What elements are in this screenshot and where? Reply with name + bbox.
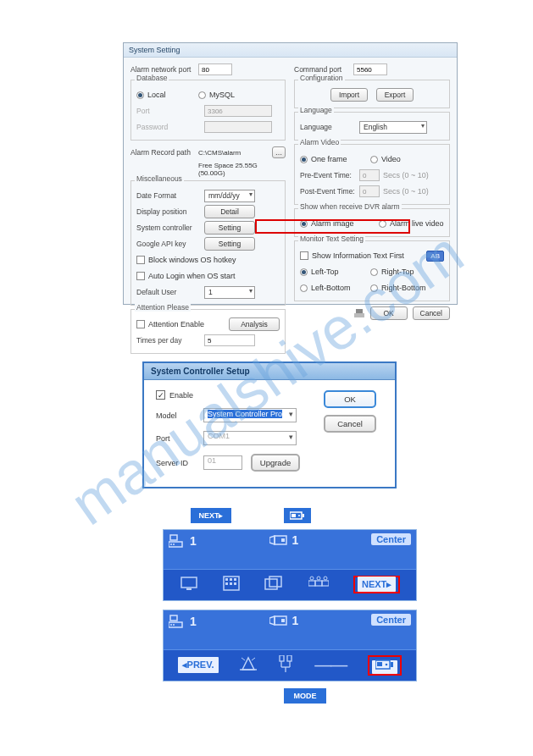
language-legend: Language <box>298 106 334 114</box>
command-port-input[interactable] <box>353 63 387 75</box>
svg-rect-45 <box>377 662 382 666</box>
radio-alarm-image[interactable] <box>300 220 308 228</box>
mode-button-2[interactable] <box>372 660 397 674</box>
next-highlight-1: NEXT▸ <box>353 576 400 593</box>
configuration-group: Configuration Import Export <box>294 80 450 108</box>
panel1-id2: 1 <box>292 533 299 547</box>
language-select[interactable]: English <box>359 121 427 134</box>
times-input[interactable] <box>204 334 255 346</box>
panel2-id1: 1 <box>190 615 197 628</box>
svg-rect-3 <box>303 514 304 517</box>
post-event-input <box>359 185 380 197</box>
svg-rect-23 <box>315 581 322 586</box>
analysis-button[interactable]: Analysis <box>229 317 280 331</box>
command-port-label: Command port <box>294 65 353 74</box>
svg-point-46 <box>386 664 388 666</box>
pre-event-input <box>359 169 380 181</box>
ok-button[interactable]: OK <box>370 306 408 320</box>
system-controller-label: System controller <box>136 223 204 232</box>
radio-video[interactable] <box>370 156 378 163</box>
svg-rect-39 <box>287 655 291 661</box>
radio-left-bottom[interactable] <box>300 284 308 292</box>
port-select[interactable]: COM1 <box>203 431 297 445</box>
svg-rect-28 <box>170 615 177 621</box>
show-info-checkbox[interactable] <box>300 251 308 260</box>
multi-view-icon[interactable] <box>308 576 329 594</box>
one-frame-label: One frame <box>311 155 370 163</box>
left-bottom-label: Left-Bottom <box>311 284 370 292</box>
google-api-setting-button[interactable]: Setting <box>204 237 255 251</box>
video-label: Video <box>381 155 401 163</box>
prev-button[interactable]: ◂PREV. <box>178 657 219 673</box>
next-button-1[interactable]: NEXT▸ <box>358 577 396 592</box>
config-legend: Configuration <box>298 74 345 82</box>
auto-login-checkbox[interactable] <box>136 272 145 280</box>
date-format-select[interactable]: mm/dd/yy <box>204 190 255 202</box>
dash-icon: —— <box>314 655 347 675</box>
times-label: Times per day <box>136 336 204 345</box>
server-id-input[interactable]: 01 <box>203 455 242 470</box>
left-top-label: Left-Top <box>311 268 370 276</box>
dialog2-title: System Controller Setup <box>144 363 395 380</box>
port-label: Port <box>156 434 203 443</box>
svg-marker-33 <box>269 616 275 625</box>
import-button[interactable]: Import <box>330 88 368 102</box>
radio-right-top[interactable] <box>370 268 378 276</box>
dialog-title: System Setting <box>124 43 457 58</box>
cancel-button[interactable]: Cancel <box>413 306 450 320</box>
default-user-select[interactable]: 1 <box>204 286 255 299</box>
default-user-label: Default User <box>136 288 204 296</box>
model-select[interactable]: System Controller Pro <box>203 408 297 422</box>
detail-button[interactable]: Detail <box>204 205 255 218</box>
misc-legend: Miscellaneous <box>135 174 184 183</box>
browse-button[interactable]: … <box>272 146 286 158</box>
center-pill-1: Center <box>371 533 411 545</box>
block-hotkey-checkbox[interactable] <box>136 256 145 264</box>
camera-icon <box>269 534 288 546</box>
svg-line-36 <box>242 658 245 660</box>
pre-event-label: Pre-Event Time: <box>300 171 359 179</box>
svg-rect-1 <box>291 514 296 517</box>
alarm-icon[interactable] <box>240 655 257 676</box>
radio-mysql[interactable] <box>198 91 206 99</box>
ab-button[interactable]: AB <box>426 251 444 262</box>
svg-rect-47 <box>391 662 393 667</box>
sequence-icon[interactable] <box>264 576 283 594</box>
radio-alarm-live[interactable] <box>379 220 386 228</box>
dvr-icon-2 <box>169 614 186 629</box>
free-space-text: Free Space 25.55G (50.00G) <box>198 162 286 177</box>
export-button[interactable]: Export <box>376 88 414 102</box>
svg-rect-22 <box>308 581 315 586</box>
svg-rect-34 <box>281 619 285 622</box>
google-api-label: Google API key <box>136 240 204 248</box>
show-alarm-group: Show when receive DVR alarm Alarm image … <box>294 208 450 237</box>
alarm-live-label: Alarm live video <box>390 219 444 228</box>
system-controller-setting-button[interactable]: Setting <box>204 221 255 235</box>
next-label-icon: NEXT▸ <box>191 508 231 523</box>
alarm-image-label: Alarm image <box>311 219 379 228</box>
ok-button2[interactable]: OK <box>324 390 376 408</box>
radio-right-bottom[interactable] <box>370 284 378 292</box>
svg-point-7 <box>173 544 175 545</box>
keypad-icon[interactable] <box>223 576 240 594</box>
preset-icon[interactable] <box>278 655 293 676</box>
radio-one-frame[interactable] <box>300 156 308 163</box>
monitor-icon[interactable] <box>180 576 198 594</box>
device-icon <box>290 510 305 521</box>
alarm-network-port-input[interactable] <box>198 63 232 75</box>
upgrade-button[interactable]: Upgrade <box>251 454 300 472</box>
right-top-label: Right-Top <box>381 268 414 276</box>
enable-checkbox[interactable]: ✓ <box>156 390 165 400</box>
mode-highlight-2 <box>368 655 402 676</box>
alarm-record-path-value: C:\CMS\alarm <box>198 149 272 157</box>
radio-local[interactable] <box>136 91 144 99</box>
svg-rect-24 <box>322 581 329 586</box>
cancel-button2[interactable]: Cancel <box>324 415 376 433</box>
svg-point-6 <box>170 544 172 545</box>
attention-enable-checkbox[interactable] <box>136 320 145 328</box>
radio-left-top[interactable] <box>300 268 308 276</box>
db-port-input <box>204 105 272 117</box>
printer-icon[interactable] <box>353 309 365 317</box>
alarm-network-port-label: Alarm network port <box>130 65 198 74</box>
mysql-label: MySQL <box>209 91 235 99</box>
